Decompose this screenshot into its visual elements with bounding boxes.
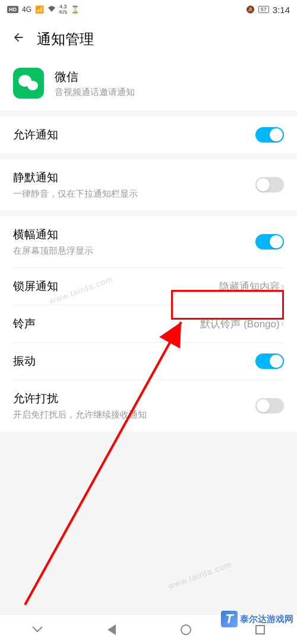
watermark-url: www.tairda.com [167, 559, 233, 591]
row-ringtone[interactable]: 铃声 默认铃声 (Bongo) › [0, 305, 297, 342]
row-vibrate[interactable]: 振动 [0, 343, 297, 380]
row-allow-notify[interactable]: 允许通知 [0, 116, 297, 153]
wechat-icon [13, 68, 44, 99]
allow-notify-title: 允许通知 [13, 127, 255, 143]
app-info: 微信 音视频通话邀请通知 [12, 68, 285, 99]
chevron-right-icon: › [281, 281, 284, 292]
ringtone-value: 默认铃声 (Bongo) › [200, 317, 284, 331]
disturb-title: 允许打扰 [13, 391, 255, 406]
banner-toggle[interactable] [255, 234, 284, 250]
allow-notify-toggle[interactable] [255, 127, 284, 143]
lockscreen-title: 锁屏通知 [13, 279, 219, 294]
row-disturb[interactable]: 允许打扰 开启免打扰后，允许继续接收通知 [0, 380, 297, 431]
net-speed: 4.3 K/s [59, 4, 67, 15]
watermark: T 泰尔达游戏网 [221, 611, 293, 627]
mute-icon: 🔕 [246, 5, 255, 14]
section-allow: 允许通知 [0, 116, 297, 153]
nav-back-icon[interactable] [105, 623, 118, 636]
hourglass-icon: ⌛ [71, 5, 80, 14]
hd-icon: HD [7, 6, 18, 13]
vibrate-toggle[interactable] [255, 353, 284, 369]
app-subtitle: 音视频通话邀请通知 [55, 87, 135, 98]
battery-icon: 57 [258, 6, 269, 13]
status-right: 🔕 57 3:14 [246, 5, 290, 15]
chevron-right-icon: › [281, 318, 284, 329]
silent-toggle[interactable] [255, 177, 284, 192]
banner-subtitle: 在屏幕顶部悬浮显示 [13, 245, 255, 257]
watermark-logo: T [221, 611, 238, 627]
status-bar: HD 4G 📶 4.3 K/s ⌛ 🔕 57 3:14 [0, 0, 297, 19]
app-name: 微信 [55, 69, 135, 85]
nav-home-icon[interactable] [179, 623, 192, 636]
silent-title: 静默通知 [13, 170, 255, 185]
banner-title: 横幅通知 [13, 227, 255, 242]
disturb-subtitle: 开启免打扰后，允许继续接收通知 [13, 409, 255, 421]
row-silent[interactable]: 静默通知 一律静音，仅在下拉通知栏显示 [0, 159, 297, 210]
section-main: 横幅通知 在屏幕顶部悬浮显示 锁屏通知 隐藏通知内容 › 铃声 默认铃声 (Bo… [0, 216, 297, 431]
page-title: 通知管理 [37, 30, 94, 49]
nav-down-icon[interactable] [31, 623, 44, 636]
silent-subtitle: 一律静音，仅在下拉通知栏显示 [13, 188, 255, 200]
wifi-icon [48, 5, 56, 14]
back-button[interactable] [12, 31, 25, 48]
ringtone-title: 铃声 [13, 316, 200, 332]
header: 通知管理 微信 音视频通话邀请通知 [0, 19, 297, 111]
disturb-toggle[interactable] [255, 398, 284, 413]
watermark-text: 泰尔达游戏网 [240, 614, 293, 625]
vibrate-title: 振动 [13, 353, 255, 369]
lockscreen-value: 隐藏通知内容 › [219, 280, 284, 293]
row-banner[interactable]: 横幅通知 在屏幕顶部悬浮显示 [0, 216, 297, 267]
signal-icon: 📶 [35, 5, 44, 14]
section-silent: 静默通知 一律静音，仅在下拉通知栏显示 [0, 159, 297, 210]
clock: 3:14 [273, 5, 290, 15]
net-4g: 4G [22, 5, 31, 14]
status-left: HD 4G 📶 4.3 K/s ⌛ [7, 4, 80, 15]
row-lockscreen[interactable]: 锁屏通知 隐藏通知内容 › [0, 268, 297, 305]
